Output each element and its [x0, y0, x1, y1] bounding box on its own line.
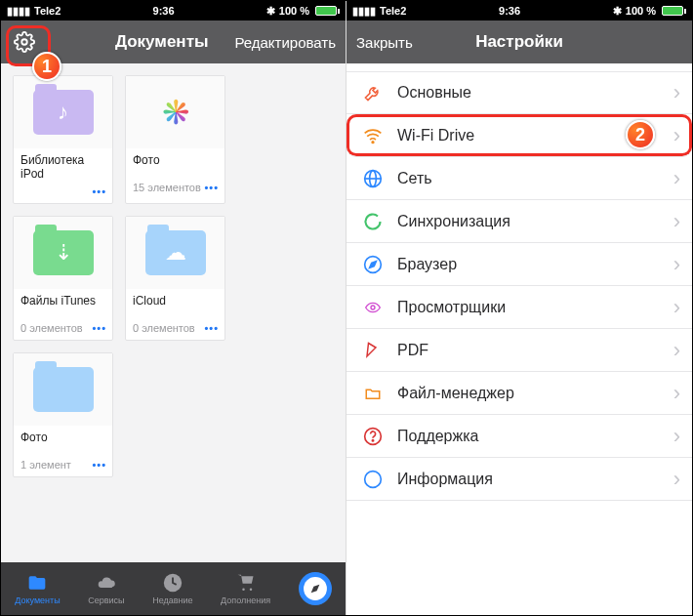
wifi-icon	[360, 126, 386, 145]
doc-card[interactable]: ❋Фото15 элементов•••	[125, 75, 225, 204]
settings-row-globe[interactable]: Сеть›	[346, 157, 692, 200]
folder-icon	[360, 385, 386, 402]
settings-row-folder[interactable]: Файл-менеджер›	[346, 372, 692, 415]
settings-row-wrench[interactable]: Основные›	[346, 71, 692, 114]
signal-icon: ▮▮▮▮	[7, 5, 30, 18]
chevron-right-icon: ›	[673, 252, 680, 277]
settings-row-label: Браузер	[397, 256, 673, 273]
phone-settings: ▮▮▮▮ Tele2 9:36 ✱ 100 % Закрыть Настройк…	[346, 1, 692, 615]
chevron-right-icon: ›	[673, 424, 680, 449]
tab-label: Недавние	[152, 595, 192, 605]
doc-card[interactable]: ♪Библиотека iPod•••	[13, 75, 113, 204]
signal-icon: ▮▮▮▮	[352, 5, 376, 18]
wrench-icon	[360, 83, 386, 103]
tab-Дополнения[interactable]: Дополнения	[221, 572, 270, 605]
battery-label: 100 %	[279, 5, 309, 17]
settings-button[interactable]	[11, 28, 38, 56]
folder-icon: ☁	[145, 230, 206, 275]
more-button[interactable]: •••	[204, 182, 219, 193]
settings-row-wifi[interactable]: Wi-Fi Drive›2	[346, 114, 692, 157]
eye-icon	[360, 300, 386, 315]
chevron-right-icon: ›	[673, 295, 680, 320]
settings-row-help[interactable]: Поддержка›	[346, 415, 692, 458]
tab-Недавние[interactable]: Недавние	[152, 572, 192, 605]
nav-bar: Документы Редактировать	[1, 21, 346, 63]
doc-title: Файлы iTunes	[14, 289, 112, 320]
doc-thumb	[14, 353, 112, 426]
settings-row-pdf[interactable]: PDF›	[346, 329, 692, 372]
globe-icon	[360, 169, 386, 188]
sync-icon	[360, 212, 386, 231]
settings-row-sync[interactable]: Синхронизация›	[346, 200, 692, 243]
settings-row-label: Основные	[397, 84, 673, 102]
doc-title: Фото	[126, 148, 224, 180]
settings-row-label: Файл-менеджер	[397, 385, 673, 402]
svg-point-10	[371, 306, 375, 309]
settings-row-label: Поддержка	[397, 428, 673, 445]
svg-point-0	[21, 39, 27, 45]
chevron-right-icon: ›	[673, 209, 680, 234]
doc-thumb: ❋	[126, 76, 224, 148]
doc-thumb: ⇣	[14, 217, 112, 289]
settings-row-compass[interactable]: Браузер›	[346, 243, 692, 286]
svg-point-3	[249, 588, 252, 591]
more-button[interactable]: •••	[92, 322, 106, 334]
settings-row-eye[interactable]: Просмотрщики›	[346, 286, 692, 329]
pdf-icon	[360, 341, 386, 360]
battery-label: 100 %	[626, 5, 656, 17]
doc-card[interactable]: ☁iCloud0 элементов•••	[125, 216, 225, 341]
doc-meta: 0 элементов	[133, 322, 195, 334]
cloud-icon	[94, 572, 119, 594]
close-button[interactable]: Закрыть	[356, 34, 434, 51]
doc-thumb: ☁	[126, 217, 224, 289]
more-button[interactable]: •••	[204, 322, 219, 334]
cart-icon	[233, 572, 259, 594]
photos-icon: ❋	[154, 91, 197, 134]
svg-point-12	[372, 439, 373, 440]
settings-list: Основные›Wi-Fi Drive›2Сеть›Синхронизация…	[346, 63, 692, 615]
doc-card[interactable]: ⇣Файлы iTunes0 элементов•••	[13, 216, 113, 341]
folder-icon	[24, 572, 50, 594]
status-bar: ▮▮▮▮ Tele2 9:36 ✱ 100 %	[346, 1, 692, 21]
doc-meta: 0 элементов	[20, 322, 83, 334]
doc-title: Фото	[14, 426, 112, 457]
chevron-right-icon: ›	[673, 80, 680, 105]
chevron-right-icon: ›	[673, 123, 680, 148]
page-title: Документы	[89, 32, 234, 52]
svg-marker-9	[370, 261, 377, 267]
folder-icon	[33, 367, 94, 412]
clock-icon	[160, 572, 185, 594]
carrier-label: Tele2	[380, 5, 406, 17]
settings-row-info[interactable]: Информация›	[346, 458, 692, 501]
more-button[interactable]: •••	[92, 185, 106, 197]
tab-Документы[interactable]: Документы	[15, 572, 60, 605]
tab-Сервисы[interactable]: Сервисы	[88, 572, 124, 605]
more-button[interactable]: •••	[92, 459, 106, 471]
chevron-right-icon: ›	[673, 166, 680, 191]
phone-documents: ▮▮▮▮ Tele2 9:36 ✱ 100 %	[1, 1, 346, 615]
gear-icon	[14, 31, 35, 53]
nav-bar: Закрыть Настройки	[346, 21, 692, 63]
tab-compass[interactable]	[299, 572, 332, 605]
doc-card[interactable]: Фото1 элемент•••	[13, 352, 113, 477]
battery-icon	[315, 6, 340, 16]
battery-icon	[662, 6, 686, 16]
settings-row-label: Синхронизация	[397, 213, 673, 230]
tab-label: Дополнения	[221, 595, 270, 605]
settings-row-label: Информация	[397, 471, 673, 488]
time-label: 9:36	[153, 5, 175, 17]
svg-point-13	[365, 471, 382, 487]
folder-icon: ⇣	[33, 230, 94, 275]
doc-title: iCloud	[126, 289, 224, 320]
compass-icon	[360, 255, 386, 274]
compass-icon	[303, 578, 328, 599]
svg-point-2	[242, 588, 245, 591]
doc-title: Библиотека iPod	[14, 148, 112, 184]
folder-icon: ♪	[33, 90, 94, 135]
documents-grid: ♪Библиотека iPod•••❋Фото15 элементов•••⇣…	[1, 63, 346, 562]
info-icon	[360, 470, 386, 489]
tab-label: Сервисы	[88, 595, 124, 605]
tab-bar: ДокументыСервисыНедавниеДополнения	[1, 562, 346, 615]
edit-button[interactable]: Редактировать	[234, 34, 336, 51]
tab-label: Документы	[15, 595, 60, 605]
